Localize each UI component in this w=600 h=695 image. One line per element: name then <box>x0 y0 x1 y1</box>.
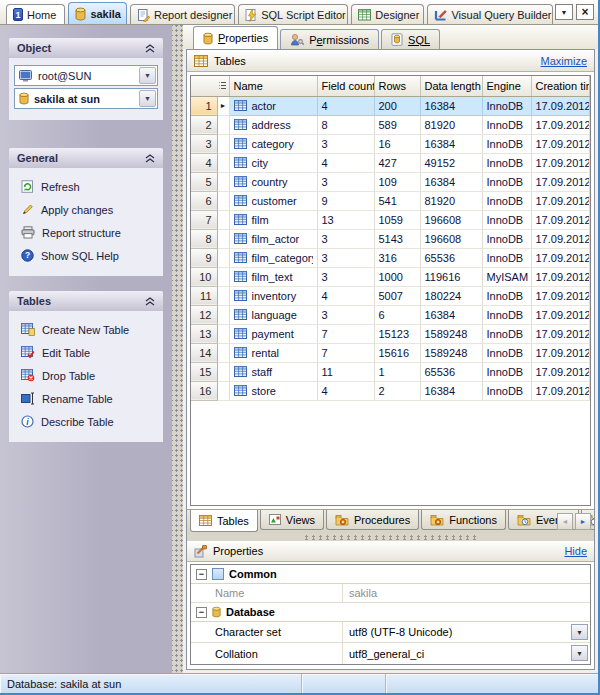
sidebar-section-tables-header[interactable]: Tables <box>9 291 163 311</box>
column-header-creation-time[interactable]: Creation time <box>531 76 590 96</box>
table-name: inventory <box>252 290 297 302</box>
sidebar-item-create-new-table[interactable]: Create New Table <box>14 318 158 341</box>
close-tab-button[interactable]: × <box>576 4 594 20</box>
table-row[interactable]: 2 address 8 <box>191 115 590 134</box>
cell-field-count: 9 <box>317 191 374 210</box>
cell-rows: 5143 <box>374 229 420 248</box>
cell-creation-time: 17.09.2012 1 <box>531 115 590 134</box>
sidebar-item-drop-table[interactable]: Drop Table <box>14 364 158 387</box>
sidebar-section-object-header[interactable]: Object <box>9 38 163 58</box>
cell-data-length: 81920 <box>420 115 482 134</box>
table-row[interactable]: 8 film_actor <box>191 229 590 248</box>
cell-data-length: 16384 <box>420 134 482 153</box>
collapse-box-icon[interactable]: − <box>196 607 207 618</box>
sidebar-item-describe-table[interactable]: i Describe Table <box>14 410 158 433</box>
tab-home[interactable]: 1 Home <box>6 4 65 24</box>
properties-splitter[interactable] <box>187 533 594 541</box>
collapse-chevron-icon[interactable] <box>145 154 155 163</box>
cell-rows: 15123 <box>374 324 420 343</box>
table-row[interactable]: 6 customer 9 <box>191 191 590 210</box>
tab-tables[interactable]: Tables <box>190 510 258 532</box>
charset-property-field[interactable]: utf8 (UTF-8 Unicode) ▼ <box>343 622 590 642</box>
table-row[interactable]: 5 country 3 <box>191 172 590 191</box>
sidebar-splitter[interactable] <box>172 25 183 673</box>
tab-visual-query-builder-label: Visual Query Builder <box>451 9 551 21</box>
cell-name: inventory <box>229 286 317 305</box>
connection-select[interactable]: root@SUN ▼ <box>14 65 158 86</box>
collapse-chevron-icon[interactable] <box>145 297 155 306</box>
column-header-data-length[interactable]: Data length <box>420 76 482 96</box>
tab-sql-script-editor[interactable]: SQL Script Editor <box>238 4 348 24</box>
database-select-arrow[interactable]: ▼ <box>139 90 156 107</box>
cell-creation-time: 17.09.2012 1 <box>531 305 590 324</box>
maximize-link[interactable]: Maximize <box>541 55 587 67</box>
collapse-box-icon[interactable]: − <box>196 569 207 580</box>
table-row[interactable]: 7 film 13 <box>191 210 590 229</box>
table-icon <box>234 195 247 206</box>
table-row[interactable]: 3 category 3 <box>191 134 590 153</box>
table-row[interactable]: 14 rental 7 <box>191 343 590 362</box>
cell-engine: InnoDB <box>482 153 531 172</box>
table-row[interactable]: 12 language <box>191 305 590 324</box>
table-row[interactable]: 13 payment 7 <box>191 324 590 343</box>
collapse-chevron-icon[interactable] <box>145 44 155 53</box>
database-icon <box>19 92 29 105</box>
tab-properties-label: Properties <box>218 32 268 44</box>
server-connection-icon <box>19 70 33 82</box>
tab-designer[interactable]: Designer <box>351 4 424 24</box>
connection-select-arrow[interactable]: ▼ <box>139 67 156 84</box>
column-header-field-count[interactable]: Field count <box>317 76 374 96</box>
cell-engine: InnoDB <box>482 324 531 343</box>
property-row-name: Name sakila <box>191 584 590 603</box>
column-header-name[interactable]: Name <box>229 76 317 96</box>
sidebar-item-report-structure[interactable]: Report structure <box>14 221 158 244</box>
table-icon <box>234 290 247 301</box>
tab-sakila[interactable]: sakila <box>68 2 127 24</box>
tab-report-designer[interactable]: Report designer <box>130 4 235 24</box>
cell-field-count: 3 <box>317 267 374 286</box>
table-name: film <box>252 214 269 226</box>
sidebar-item-rename-table[interactable]: Rename Table <box>14 387 158 410</box>
column-header-rows[interactable]: Rows <box>374 76 420 96</box>
cell-field-count: 13 <box>317 210 374 229</box>
collation-property-field[interactable]: utf8_general_ci ▼ <box>343 643 590 664</box>
tables-tab-icon <box>199 515 212 526</box>
sidebar-section-general-header[interactable]: General <box>9 148 163 168</box>
tab-procedures[interactable]: Procedures <box>326 510 419 530</box>
column-header-engine[interactable]: Engine <box>482 76 531 96</box>
cell-name: city <box>229 153 317 172</box>
tab-visual-query-builder[interactable]: Visual Query Builder <box>427 4 553 24</box>
sidebar-item-refresh[interactable]: Refresh <box>14 175 158 198</box>
tab-properties[interactable]: Properties <box>193 26 278 49</box>
status-database: Database: sakila at sun <box>0 674 302 693</box>
tab-list-dropdown-button[interactable]: ▼ <box>555 4 573 20</box>
minus-icon: − <box>199 608 204 617</box>
sidebar-item-edit-table[interactable]: Edit Table <box>14 341 158 364</box>
table-row[interactable]: 10 film_text <box>191 267 590 286</box>
hide-link[interactable]: Hide <box>564 545 587 557</box>
sidebar-item-label: Rename Table <box>42 393 113 405</box>
tab-views[interactable]: Views <box>260 510 324 530</box>
table-row[interactable]: 11 inventory <box>191 286 590 305</box>
tab-sql[interactable]: SQL <box>381 29 440 49</box>
table-row[interactable]: 1 ► actor 4 <box>191 96 590 115</box>
row-marker <box>217 362 229 381</box>
row-number: 8 <box>191 229 217 248</box>
table-row[interactable]: 9 film_category <box>191 248 590 267</box>
cell-engine: InnoDB <box>482 191 531 210</box>
database-select[interactable]: sakila at sun ▼ <box>14 88 158 109</box>
scroll-tabs-right-button[interactable]: ► <box>575 513 591 530</box>
sidebar-item-apply-changes[interactable]: Apply changes <box>14 198 158 221</box>
cell-rows: 15616 <box>374 343 420 362</box>
tab-permissions[interactable]: Permissions <box>280 29 379 49</box>
tab-functions[interactable]: Functions <box>421 510 506 530</box>
table-row[interactable]: 4 city 4 <box>191 153 590 172</box>
collation-dropdown-button[interactable]: ▼ <box>571 645 588 661</box>
table-row[interactable]: 15 staff 11 <box>191 362 590 381</box>
table-name: category <box>252 138 294 150</box>
scroll-tabs-left-button[interactable]: ◄ <box>557 513 573 530</box>
sidebar-item-show-sql-help[interactable]: ? Show SQL Help <box>14 244 158 267</box>
table-row[interactable]: 16 store 4 <box>191 381 590 400</box>
charset-dropdown-button[interactable]: ▼ <box>571 624 588 640</box>
column-chooser-button[interactable] <box>191 76 229 96</box>
